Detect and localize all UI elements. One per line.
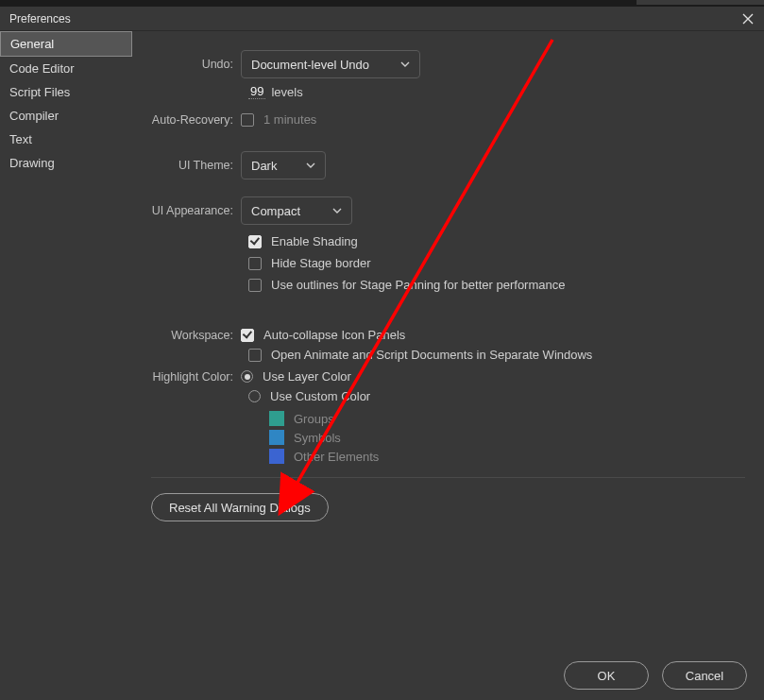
other-elements-swatch-label: Other Elements [294, 450, 379, 464]
hide-stage-border-checkbox[interactable] [248, 257, 262, 270]
sidebar-item-script-files[interactable]: Script Files [0, 80, 132, 104]
undo-select[interactable]: Document-level Undo [241, 50, 420, 78]
separate-windows-checkbox[interactable] [248, 349, 262, 362]
auto-recovery-checkbox[interactable] [241, 113, 254, 127]
enable-shading-checkbox[interactable] [248, 235, 262, 248]
auto-recovery-value: 1 minutes [263, 112, 316, 127]
dialog-footer: OK Cancel [0, 650, 764, 700]
groups-swatch[interactable] [269, 411, 284, 426]
sidebar: General Code Editor Script Files Compile… [0, 31, 132, 650]
use-custom-color-radio[interactable] [248, 390, 261, 402]
sidebar-item-code-editor[interactable]: Code Editor [0, 57, 132, 80]
sidebar-item-drawing[interactable]: Drawing [0, 151, 132, 175]
chevron-down-icon [306, 162, 315, 168]
other-elements-swatch[interactable] [269, 449, 284, 464]
auto-collapse-checkbox[interactable] [241, 329, 254, 342]
undo-label: Undo: [151, 58, 241, 71]
undo-levels-label: levels [271, 85, 302, 99]
symbols-swatch-label: Symbols [294, 431, 341, 445]
window-title: Preferences [9, 12, 71, 26]
ui-theme-label: UI Theme: [151, 159, 241, 172]
titlebar: Preferences [0, 7, 764, 31]
cancel-button[interactable]: Cancel [662, 661, 747, 690]
use-outlines-label: Use outlines for Stage Panning for bette… [271, 278, 565, 292]
highlight-color-label: Highlight Color: [151, 370, 241, 384]
use-outlines-checkbox[interactable] [248, 279, 262, 292]
ok-button[interactable]: OK [564, 661, 649, 690]
use-layer-color-radio[interactable] [241, 370, 253, 383]
ui-appearance-select[interactable]: Compact [241, 196, 352, 225]
auto-recovery-label: Auto-Recovery: [151, 113, 241, 127]
reset-warnings-button[interactable]: Reset All Warning Dialogs [151, 493, 329, 521]
enable-shading-label: Enable Shading [271, 234, 358, 248]
sidebar-item-compiler[interactable]: Compiler [0, 104, 132, 128]
chevron-down-icon [400, 61, 410, 67]
auto-collapse-label: Auto-collapse Icon Panels [263, 328, 405, 342]
symbols-swatch[interactable] [269, 430, 284, 445]
chevron-down-icon [332, 208, 342, 213]
separator [151, 477, 745, 478]
workspace-label: Workspace: [151, 329, 241, 342]
main-panel: Undo: Document-level Undo 99 levels Auto… [132, 31, 764, 650]
ui-theme-select[interactable]: Dark [241, 151, 326, 179]
sidebar-item-general[interactable]: General [0, 31, 132, 57]
hide-stage-border-label: Hide Stage border [271, 256, 371, 270]
use-custom-color-label: Use Custom Color [270, 389, 370, 403]
undo-levels-value[interactable]: 99 [248, 84, 265, 99]
separate-windows-label: Open Animate and Script Documents in Sep… [271, 348, 592, 362]
close-icon[interactable] [741, 12, 755, 26]
ui-appearance-label: UI Appearance: [151, 204, 241, 217]
use-layer-color-label: Use Layer Color [263, 369, 351, 384]
groups-swatch-label: Groups [294, 412, 334, 426]
sidebar-item-text[interactable]: Text [0, 128, 132, 151]
